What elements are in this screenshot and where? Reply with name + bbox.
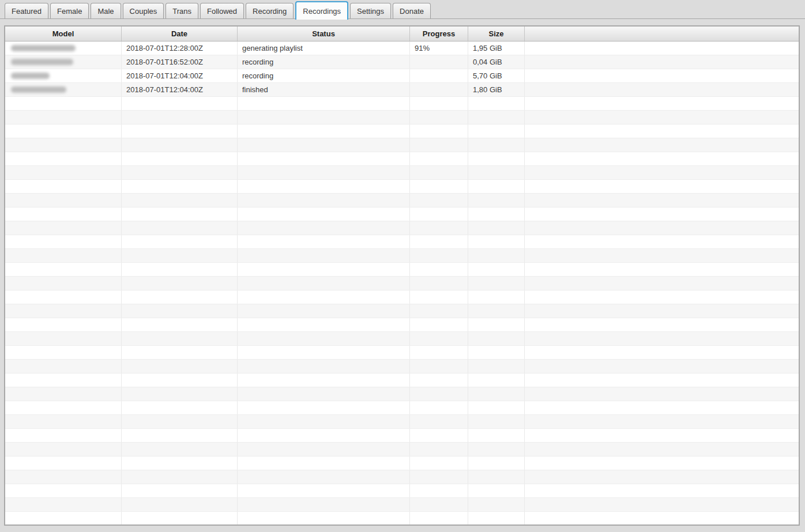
cell-size bbox=[468, 360, 525, 373]
tab-bar: FeaturedFemaleMaleCouplesTransFollowedRe… bbox=[0, 0, 805, 19]
empty-row[interactable] bbox=[5, 235, 799, 249]
empty-row[interactable] bbox=[5, 332, 799, 346]
cell-date bbox=[122, 318, 238, 331]
cell-status bbox=[238, 415, 410, 428]
cell-size bbox=[468, 318, 525, 331]
empty-row[interactable] bbox=[5, 249, 799, 263]
cell-date: 2018-07-01T16:52:00Z bbox=[122, 55, 238, 69]
empty-row[interactable] bbox=[5, 456, 799, 470]
cell-progress bbox=[410, 456, 468, 470]
cell-status bbox=[238, 221, 410, 235]
empty-row[interactable] bbox=[5, 166, 799, 180]
cell-model bbox=[5, 207, 122, 221]
column-header-date[interactable]: Date bbox=[122, 27, 238, 41]
cell-filler bbox=[525, 277, 799, 290]
empty-row[interactable] bbox=[5, 277, 799, 290]
empty-row[interactable] bbox=[5, 512, 799, 526]
cell-model bbox=[5, 429, 122, 442]
empty-row[interactable] bbox=[5, 360, 799, 373]
tab-trans[interactable]: Trans bbox=[165, 3, 198, 18]
cell-progress bbox=[410, 277, 468, 290]
empty-row[interactable] bbox=[5, 221, 799, 235]
cell-date: 2018-07-01T12:28:00Z bbox=[122, 41, 238, 55]
cell-date bbox=[122, 304, 238, 318]
tab-followed[interactable]: Followed bbox=[200, 3, 244, 18]
cell-progress: 91% bbox=[410, 41, 468, 55]
recording-row[interactable]: 2018-07-01T12:04:00Zrecording5,70 GiB bbox=[5, 69, 799, 83]
empty-row[interactable] bbox=[5, 401, 799, 415]
empty-row[interactable] bbox=[5, 415, 799, 429]
cell-model bbox=[5, 318, 122, 331]
cell-model bbox=[5, 443, 122, 456]
cell-progress bbox=[410, 180, 468, 193]
empty-row[interactable] bbox=[5, 318, 799, 332]
empty-row[interactable] bbox=[5, 194, 799, 207]
tab-settings[interactable]: Settings bbox=[350, 3, 391, 18]
cell-filler bbox=[525, 387, 799, 401]
cell-progress bbox=[410, 124, 468, 138]
recording-row[interactable]: 2018-07-01T12:28:00Zgenerating playlist9… bbox=[5, 41, 799, 55]
cell-filler bbox=[525, 235, 799, 248]
cell-size bbox=[468, 152, 525, 165]
table-body: 2018-07-01T12:28:00Zgenerating playlist9… bbox=[5, 41, 799, 526]
empty-row[interactable] bbox=[5, 111, 799, 124]
cell-progress bbox=[410, 484, 468, 497]
column-header-status[interactable]: Status bbox=[238, 27, 410, 41]
cell-model bbox=[5, 373, 122, 387]
cell-model bbox=[5, 277, 122, 290]
empty-row[interactable] bbox=[5, 498, 799, 512]
cell-date bbox=[122, 290, 238, 304]
empty-row[interactable] bbox=[5, 484, 799, 498]
cell-filler bbox=[525, 304, 799, 318]
cell-progress bbox=[410, 152, 468, 165]
cell-filler bbox=[525, 152, 799, 165]
empty-row[interactable] bbox=[5, 263, 799, 277]
recording-row[interactable]: 2018-07-01T12:04:00Zfinished1,80 GiB bbox=[5, 83, 799, 97]
tab-recordings[interactable]: Recordings bbox=[295, 1, 348, 20]
empty-row[interactable] bbox=[5, 373, 799, 387]
empty-row[interactable] bbox=[5, 443, 799, 456]
cell-size bbox=[468, 97, 525, 110]
cell-size bbox=[468, 498, 525, 511]
cell-status bbox=[238, 360, 410, 373]
column-header-model[interactable]: Model bbox=[5, 27, 122, 41]
cell-size bbox=[468, 180, 525, 193]
column-header-progress[interactable]: Progress bbox=[410, 27, 468, 41]
cell-progress bbox=[410, 166, 468, 179]
cell-progress bbox=[410, 512, 468, 525]
empty-row[interactable] bbox=[5, 429, 799, 443]
cell-filler bbox=[525, 69, 799, 82]
recordings-table: ModelDateStatusProgressSize 2018-07-01T1… bbox=[4, 25, 800, 526]
cell-date bbox=[122, 235, 238, 248]
tab-donate[interactable]: Donate bbox=[393, 3, 431, 18]
empty-row[interactable] bbox=[5, 124, 799, 138]
empty-row[interactable] bbox=[5, 387, 799, 401]
cell-model bbox=[5, 387, 122, 401]
cell-model bbox=[5, 111, 122, 124]
empty-row[interactable] bbox=[5, 470, 799, 484]
cell-model bbox=[5, 221, 122, 235]
empty-row[interactable] bbox=[5, 207, 799, 221]
empty-row[interactable] bbox=[5, 346, 799, 360]
cell-model bbox=[5, 138, 122, 152]
empty-row[interactable] bbox=[5, 304, 799, 318]
cell-status bbox=[238, 373, 410, 387]
empty-row[interactable] bbox=[5, 138, 799, 152]
empty-row[interactable] bbox=[5, 290, 799, 304]
tab-female[interactable]: Female bbox=[50, 3, 89, 18]
column-header-size[interactable]: Size bbox=[468, 27, 525, 41]
cell-filler bbox=[525, 498, 799, 511]
tab-featured[interactable]: Featured bbox=[5, 3, 48, 18]
cell-model bbox=[5, 69, 122, 82]
tab-male[interactable]: Male bbox=[91, 3, 121, 18]
cell-progress bbox=[410, 304, 468, 318]
cell-size: 1,95 GiB bbox=[468, 41, 525, 55]
recording-row[interactable]: 2018-07-01T16:52:00Zrecording0,04 GiB bbox=[5, 55, 799, 69]
empty-row[interactable] bbox=[5, 152, 799, 166]
cell-date bbox=[122, 332, 238, 345]
empty-row[interactable] bbox=[5, 180, 799, 194]
tab-couples[interactable]: Couples bbox=[123, 3, 164, 18]
empty-row[interactable] bbox=[5, 97, 799, 111]
tab-recording[interactable]: Recording bbox=[246, 3, 294, 18]
cell-status bbox=[238, 318, 410, 331]
